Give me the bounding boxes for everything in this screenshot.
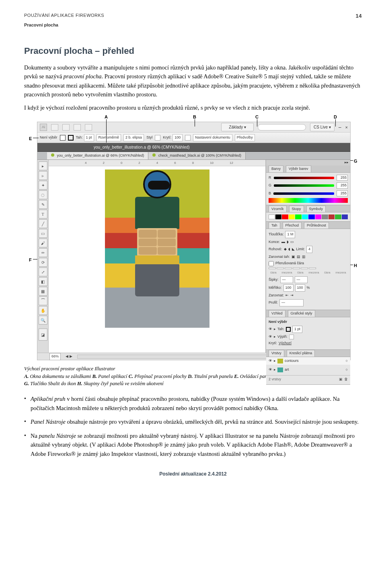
- cs-live-button[interactable]: CS Live ▾: [310, 123, 335, 131]
- r-slider[interactable]: [274, 177, 335, 179]
- window-minimize-icon[interactable]: –: [339, 124, 341, 131]
- appbar-btn-2[interactable]: [62, 124, 70, 131]
- swatch[interactable]: [308, 214, 315, 219]
- eye-icon[interactable]: 👁: [269, 367, 272, 373]
- cap-proj-icon[interactable]: ▭: [290, 239, 294, 245]
- tab-transparency[interactable]: Průhlednost: [304, 222, 329, 229]
- arrow-start[interactable]: —: [280, 276, 293, 284]
- b-slider[interactable]: [273, 192, 334, 195]
- tab-artboards[interactable]: Kreslicí plátna: [287, 350, 315, 357]
- swatch[interactable]: [322, 214, 328, 219]
- trash-icon[interactable]: 🗑: [344, 377, 348, 382]
- app-fill-swatch[interactable]: [289, 335, 294, 339]
- nav-arrows[interactable]: ◀ ▶: [66, 354, 72, 359]
- g-slider[interactable]: [274, 184, 334, 187]
- document-canvas[interactable]: 42024681012: [49, 160, 266, 353]
- collapse-to-icons-button[interactable]: ▸▸: [345, 160, 349, 165]
- stroke-value[interactable]: 1 pt: [84, 134, 94, 141]
- tool-rect[interactable]: ▭: [39, 229, 47, 238]
- tool-hand[interactable]: ✋: [39, 306, 47, 315]
- tab-color[interactable]: Barvy: [269, 165, 283, 172]
- tab-appearance[interactable]: Vzhled: [269, 310, 285, 317]
- appbar-btn-1[interactable]: [51, 124, 58, 131]
- join-miter-icon[interactable]: ◆: [284, 247, 287, 252]
- swatch[interactable]: [315, 214, 322, 219]
- fill-stroke-control[interactable]: ◪: [39, 329, 47, 341]
- zoom-value[interactable]: 66%: [49, 353, 61, 360]
- eye-icon[interactable]: 👁: [269, 327, 272, 332]
- cap-round-icon[interactable]: ◗: [287, 239, 289, 245]
- fill-swatch[interactable]: [60, 135, 66, 141]
- dash-1[interactable]: [269, 267, 276, 269]
- doc-tab-2[interactable]: check_masthead_black.ai @ 100% (CMYK/Náh…: [148, 152, 246, 159]
- gap-1[interactable]: [277, 267, 284, 269]
- tool-lasso[interactable]: ◌: [39, 190, 47, 199]
- tool-brush[interactable]: 🖌: [39, 239, 47, 247]
- arrow-end[interactable]: —: [295, 276, 308, 284]
- appbar-btn-4[interactable]: [85, 124, 92, 131]
- tab-symbols[interactable]: Symboly: [306, 206, 326, 212]
- tool-wand[interactable]: ✦: [39, 181, 47, 190]
- join-round-icon[interactable]: ◖: [288, 247, 290, 252]
- tool-pen[interactable]: ✎: [39, 200, 47, 209]
- stroke-swatch[interactable]: [68, 135, 74, 141]
- tab-layers[interactable]: Vrstvy: [269, 350, 284, 357]
- spectrum-bar[interactable]: [269, 198, 348, 203]
- cap-butt-icon[interactable]: ▬: [281, 239, 285, 245]
- tool-rotate[interactable]: ⟳: [39, 258, 47, 267]
- swatch[interactable]: [329, 214, 335, 219]
- g-value[interactable]: 255: [337, 182, 348, 189]
- tab-gradient[interactable]: Přechod: [283, 222, 302, 229]
- brush-dropdown[interactable]: 2 b. elipsa: [123, 134, 144, 141]
- style-swatch[interactable]: [155, 135, 160, 141]
- tab-swatches[interactable]: Vzorník: [269, 206, 287, 212]
- tool-zoom[interactable]: 🔍: [39, 316, 47, 325]
- swatch[interactable]: [289, 214, 295, 219]
- swatch[interactable]: [335, 214, 341, 219]
- tool-line[interactable]: ╱: [39, 219, 47, 228]
- tool-pencil[interactable]: ✏: [39, 248, 47, 257]
- dashed-checkbox[interactable]: [269, 261, 274, 266]
- new-layer-icon[interactable]: ▣: [339, 377, 343, 382]
- tool-type[interactable]: T: [39, 210, 47, 218]
- swatch[interactable]: [275, 214, 282, 219]
- workspace-switcher[interactable]: Základy ▾: [221, 123, 254, 131]
- eye-icon[interactable]: 👁: [269, 358, 272, 364]
- scale-2[interactable]: 100: [295, 284, 305, 292]
- align-outside-icon[interactable]: ▥: [302, 254, 306, 260]
- swatch[interactable]: [269, 214, 275, 219]
- tool-eraser[interactable]: ◧: [39, 277, 47, 286]
- swatch[interactable]: [302, 214, 308, 219]
- app-stroke-swatch[interactable]: [286, 327, 291, 332]
- doc-settings-button[interactable]: Nastavení dokumentu: [193, 134, 232, 141]
- align2-icon-2[interactable]: ⇥: [290, 293, 294, 298]
- scale-1[interactable]: 100: [283, 284, 294, 292]
- eye-icon[interactable]: 👁: [269, 334, 272, 340]
- align-center-icon[interactable]: ▣: [292, 254, 295, 260]
- tool-selection[interactable]: ▸: [39, 161, 47, 170]
- align2-icon-1[interactable]: ⇤: [285, 293, 289, 298]
- align-dropdown[interactable]: Rovnoměrně: [96, 134, 121, 141]
- profile-value[interactable]: —: [279, 299, 304, 306]
- tool-scale[interactable]: ⤢: [39, 267, 47, 276]
- dash-3[interactable]: [301, 267, 308, 269]
- join-bevel-icon[interactable]: ◣: [292, 247, 295, 252]
- limit-value[interactable]: 4: [306, 246, 312, 253]
- appbar-btn-3[interactable]: [74, 124, 81, 131]
- opacity-value[interactable]: 100: [172, 134, 183, 141]
- layer-2-name[interactable]: art: [285, 367, 289, 373]
- r-value[interactable]: 255: [337, 175, 348, 181]
- b-value[interactable]: 255: [337, 190, 348, 197]
- tab-stroke[interactable]: Tah: [269, 222, 280, 229]
- tool-gradient[interactable]: ▦: [39, 287, 47, 296]
- tool-direct-selection[interactable]: ▹: [39, 171, 47, 180]
- tab-brushes[interactable]: Stopy: [289, 206, 304, 212]
- tab-graphic-styles[interactable]: Grafické styly: [288, 310, 315, 317]
- search-field[interactable]: [258, 124, 306, 131]
- align-inside-icon[interactable]: ▤: [297, 254, 300, 260]
- swatch[interactable]: [295, 214, 302, 219]
- swatch[interactable]: [342, 214, 348, 219]
- doc-tab-1[interactable]: you_only_better_illustration.ai @ 66% (C…: [47, 152, 148, 159]
- gap-3[interactable]: [309, 267, 316, 269]
- stroke-weight-value[interactable]: 1 M: [285, 231, 295, 238]
